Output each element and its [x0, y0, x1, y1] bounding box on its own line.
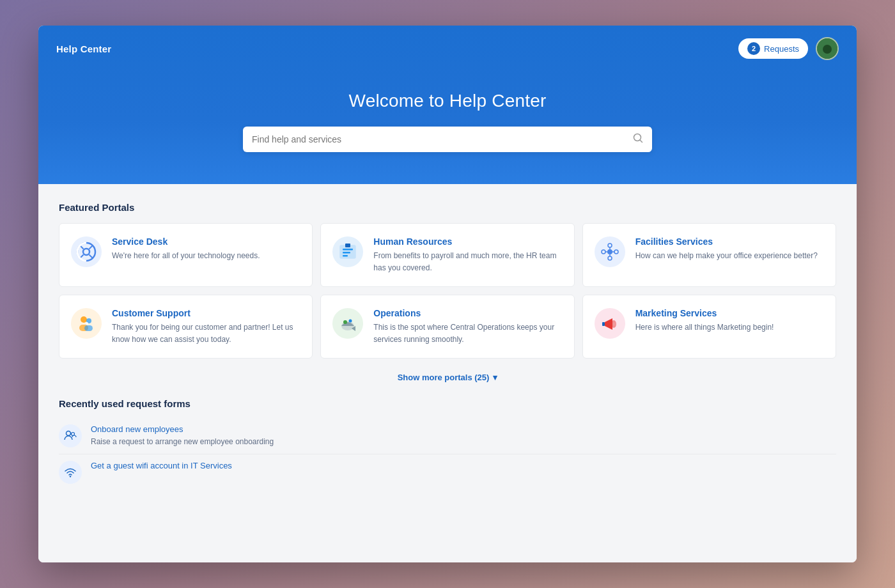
search-icon: [633, 133, 643, 146]
svg-point-28: [343, 320, 347, 324]
avatar-inner: [817, 38, 837, 59]
recently-used-section: Recently used request forms Onboard new …: [59, 398, 836, 490]
requests-label: Requests: [764, 44, 799, 54]
svg-point-29: [349, 320, 352, 323]
portal-desc-marketing: Here is where all things Marketing begin…: [635, 323, 774, 332]
portal-card-human-resources[interactable]: Human Resources From benefits to payroll…: [320, 223, 574, 287]
svg-point-15: [614, 250, 618, 254]
top-nav: Help Center 2 Requests: [38, 26, 857, 72]
portal-name-marketing[interactable]: Marketing Services: [635, 308, 824, 318]
nav-right: 2 Requests: [738, 37, 839, 60]
svg-rect-9: [343, 249, 353, 251]
portal-name-facilities[interactable]: Facilities Services: [635, 236, 824, 247]
svg-rect-12: [345, 244, 350, 247]
portal-desc-operations: This is the spot where Central Operation…: [373, 323, 554, 344]
hero-content: Welcome to Help Center: [38, 72, 857, 184]
hero-section: Help Center 2 Requests Welcome to Help C…: [38, 26, 857, 184]
svg-point-17: [608, 256, 612, 260]
avatar[interactable]: [816, 37, 839, 60]
portal-desc-customer-support: Thank you for being our customer and par…: [112, 323, 293, 344]
portal-icon-marketing: [595, 308, 625, 339]
svg-rect-11: [343, 255, 348, 257]
portal-name-service-desk[interactable]: Service Desk: [112, 236, 300, 247]
portal-name-operations[interactable]: Operations: [373, 308, 562, 318]
svg-point-33: [66, 431, 71, 436]
portal-card-facilities[interactable]: Facilities Services How can we help make…: [582, 223, 836, 287]
portal-desc-facilities: How can we help make your office experie…: [635, 251, 818, 260]
portal-icon-operations: [332, 308, 363, 339]
svg-line-7: [90, 255, 93, 259]
search-input[interactable]: [252, 134, 633, 144]
portal-text-service-desk: Service Desk We're here for all of your …: [112, 236, 300, 261]
svg-rect-30: [602, 322, 605, 326]
svg-point-14: [602, 250, 605, 254]
portal-text-facilities: Facilities Services How can we help make…: [635, 236, 824, 261]
featured-portals-title: Featured Portals: [59, 202, 836, 213]
svg-line-1: [640, 140, 642, 143]
recent-icon-onboard: [59, 424, 82, 447]
portal-icon-customer-support: [71, 308, 102, 339]
portal-name-human-resources[interactable]: Human Resources: [373, 236, 562, 247]
portal-text-marketing: Marketing Services Here is where all thi…: [635, 308, 824, 333]
portal-icon-facilities: [595, 236, 625, 267]
recent-desc-onboard: Raise a request to arrange new employee …: [91, 437, 274, 446]
portal-card-operations[interactable]: Operations This is the spot where Centra…: [320, 295, 574, 359]
svg-point-3: [83, 249, 90, 255]
recent-item-wifi[interactable]: Get a guest wifi account in IT Services: [59, 454, 836, 490]
portal-card-marketing[interactable]: Marketing Services Here is where all thi…: [582, 295, 836, 359]
recent-link-onboard[interactable]: Onboard new employees: [91, 424, 274, 434]
requests-button[interactable]: 2 Requests: [738, 38, 808, 59]
main-content: Featured Portals: [38, 184, 857, 562]
svg-line-5: [90, 245, 93, 249]
portal-text-human-resources: Human Resources From benefits to payroll…: [373, 236, 562, 274]
featured-portals-section: Featured Portals: [59, 202, 836, 383]
portal-desc-human-resources: From benefits to payroll and much more, …: [373, 251, 556, 272]
portals-grid: Service Desk We're here for all of your …: [59, 223, 836, 359]
portal-card-customer-support[interactable]: Customer Support Thank you for being our…: [59, 295, 313, 359]
chevron-down-icon: ▾: [493, 373, 497, 382]
svg-point-32: [612, 323, 616, 326]
recently-used-title: Recently used request forms: [59, 398, 836, 409]
recent-item-onboard[interactable]: Onboard new employees Raise a request to…: [59, 418, 836, 454]
avatar-head: [823, 45, 832, 54]
requests-badge: 2: [747, 42, 760, 55]
hero-title: Welcome to Help Center: [51, 91, 844, 111]
show-more-button[interactable]: Show more portals (25) ▾: [398, 373, 498, 382]
portal-name-customer-support[interactable]: Customer Support: [112, 308, 300, 318]
svg-point-22: [81, 316, 87, 323]
nav-logo: Help Center: [56, 43, 111, 54]
recent-icon-wifi: [59, 461, 82, 484]
portal-card-service-desk[interactable]: Service Desk We're here for all of your …: [59, 223, 313, 287]
search-bar[interactable]: [243, 127, 652, 152]
portal-icon-human-resources: [332, 236, 363, 267]
svg-point-26: [86, 322, 88, 325]
show-more-label: Show more portals (25): [398, 373, 490, 382]
svg-rect-25: [84, 325, 93, 331]
svg-point-16: [608, 244, 612, 247]
svg-point-13: [607, 249, 612, 254]
recent-text-wifi: Get a guest wifi account in IT Services: [91, 461, 232, 472]
portal-text-operations: Operations This is the spot where Centra…: [373, 308, 562, 345]
svg-rect-10: [343, 252, 350, 254]
portal-desc-service-desk: We're here for all of your technology ne…: [112, 251, 260, 260]
show-more-section: Show more portals (25) ▾: [59, 371, 836, 383]
app-window: Help Center 2 Requests Welcome to Help C…: [38, 26, 857, 562]
recent-text-onboard: Onboard new employees Raise a request to…: [91, 424, 274, 447]
portal-text-customer-support: Customer Support Thank you for being our…: [112, 308, 300, 345]
recent-link-wifi[interactable]: Get a guest wifi account in IT Services: [91, 461, 232, 470]
portal-icon-service-desk: [71, 236, 102, 267]
svg-point-35: [70, 476, 71, 477]
